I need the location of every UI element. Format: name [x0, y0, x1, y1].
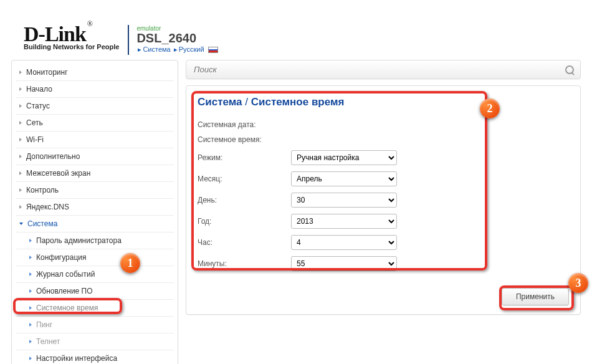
sidebar-sub-systime[interactable]: Системное время [16, 300, 174, 317]
select-day[interactable]: 30 [291, 193, 397, 208]
breadcrumb-lang[interactable]: Русский [179, 46, 204, 53]
chevron-right-icon [19, 87, 22, 91]
chevron-right-icon [29, 357, 32, 360]
search-icon[interactable] [565, 65, 574, 74]
apply-button[interactable]: Применить [502, 288, 569, 305]
chevron-down-icon [19, 223, 23, 225]
sidebar-sub-fwupdate[interactable]: Обновление ПО [16, 283, 174, 300]
header: D-Link® Building Networks for People emu… [0, 0, 592, 60]
sidebar: Мониторинг Начало Статус Сеть Wi-Fi Допо… [11, 60, 178, 364]
sidebar-item-network[interactable]: Сеть [16, 115, 174, 132]
sidebar-sub-label: Пароль администратора [36, 236, 122, 245]
select-mode[interactable]: Ручная настройка [291, 150, 397, 165]
select-year[interactable]: 2013 [291, 214, 397, 229]
row-mode: Режим: Ручная настройка [198, 147, 569, 168]
sidebar-label: Начало [26, 85, 52, 93]
chevron-right-icon [29, 306, 32, 310]
label-systime: Системное время: [198, 135, 291, 144]
row-minute: Минуты: 55 [198, 253, 569, 274]
sidebar-sub-uisettings[interactable]: Настройки интерфейса [16, 350, 174, 364]
sidebar-label: Яндекс.DNS [26, 203, 69, 211]
label-month: Месяц: [198, 175, 291, 183]
badge-3: 3 [568, 273, 588, 293]
sidebar-sub-adminpass[interactable]: Пароль администратора [16, 232, 174, 249]
header-right: emulator DSL_2640 ▸Система ▸Русский [128, 25, 217, 55]
sidebar-label: Сеть [26, 118, 43, 127]
select-month[interactable]: Апрель [291, 171, 397, 186]
sidebar-item-system[interactable]: Система [16, 216, 174, 232]
row-year: Год: 2013 [198, 211, 569, 232]
sidebar-sub-label: Системное время [36, 304, 98, 312]
sidebar-sub-ping[interactable]: Пинг [16, 317, 174, 333]
chevron-right-icon [29, 272, 32, 276]
chevron-right-icon [19, 121, 22, 125]
row-day: День: 30 [198, 189, 569, 211]
chevron-right-icon [29, 289, 32, 293]
chevron-right-icon [19, 205, 22, 209]
sidebar-sub-label: Пинг [36, 320, 52, 329]
sidebar-item-advanced[interactable]: Дополнительно [16, 148, 174, 165]
label-sysdate: Системная дата: [198, 120, 291, 129]
sidebar-item-yandexdns[interactable]: Яндекс.DNS [16, 199, 174, 216]
search-bar[interactable] [186, 60, 581, 79]
sidebar-item-firewall[interactable]: Межсетевой экран [16, 165, 174, 182]
sidebar-label: Статус [26, 102, 50, 110]
row-sysdate: Системная дата: [198, 117, 569, 132]
sidebar-label: Wi-Fi [26, 135, 44, 144]
sidebar-label: Межсетевой экран [26, 169, 90, 178]
sidebar-item-start[interactable]: Начало [16, 81, 174, 98]
chevron-right-icon [29, 340, 32, 343]
panel-system-time: Система / Системное время Системная дата… [186, 85, 581, 315]
sidebar-label: Мониторинг [26, 68, 68, 77]
brand-name: D-Link [24, 22, 86, 46]
sidebar-sub-label: Журнал событий [36, 270, 95, 279]
row-systime: Системное время: [198, 132, 569, 147]
brand-logo: D-Link® Building Networks for People [24, 25, 119, 50]
chevron-right-icon [19, 188, 22, 192]
sidebar-sub-config[interactable]: Конфигурация [16, 249, 174, 266]
panel-title: Система / Системное время [198, 96, 569, 108]
panel-title-a: Система [198, 96, 242, 108]
flag-ru-icon [208, 47, 218, 53]
chevron-right-icon [19, 155, 22, 158]
sidebar-item-wifi[interactable]: Wi-Fi [16, 132, 174, 148]
select-hour[interactable]: 4 [291, 235, 397, 250]
chevron-right-icon [19, 138, 22, 141]
sidebar-sub-telnet[interactable]: Телнет [16, 333, 174, 350]
row-hour: Час: 4 [198, 232, 569, 253]
sidebar-sub-label: Телнет [36, 337, 60, 346]
chevron-right-icon [29, 256, 32, 259]
panel-title-b: Системное время [251, 96, 345, 108]
label-hour: Час: [198, 238, 291, 247]
sidebar-sub-label: Конфигурация [36, 253, 87, 262]
chevron-right-icon [29, 239, 32, 242]
badge-2: 2 [480, 98, 500, 118]
label-mode: Режим: [198, 153, 291, 162]
breadcrumb-system[interactable]: Система [143, 46, 170, 53]
sidebar-item-status[interactable]: Статус [16, 98, 174, 115]
search-input[interactable] [193, 64, 565, 75]
model-label: DSL_2640 [136, 32, 217, 44]
badge-1: 1 [120, 253, 140, 273]
chevron-right-icon [29, 323, 32, 327]
sidebar-item-control[interactable]: Контроль [16, 182, 174, 199]
chevron-right-icon [19, 70, 22, 74]
brand-tagline: Building Networks for People [24, 43, 119, 50]
label-day: День: [198, 196, 291, 204]
sidebar-label: Контроль [26, 186, 59, 194]
breadcrumb: ▸Система ▸Русский [136, 46, 217, 54]
row-month: Месяц: Апрель [198, 168, 569, 189]
main: Система / Системное время Системная дата… [186, 60, 581, 315]
sidebar-label: Дополнительно [26, 152, 80, 161]
sidebar-sub-log[interactable]: Журнал событий [16, 266, 174, 283]
sidebar-sub-label: Обновление ПО [36, 287, 93, 295]
panel-actions: Применить [198, 288, 569, 305]
sidebar-label: Система [27, 219, 57, 228]
chevron-right-icon [19, 171, 22, 175]
sidebar-sub-label: Настройки интерфейса [36, 354, 117, 363]
label-minute: Минуты: [198, 259, 291, 268]
chevron-right-icon [19, 104, 22, 108]
sidebar-item-monitoring[interactable]: Мониторинг [16, 64, 174, 81]
select-minute[interactable]: 55 [291, 256, 397, 271]
label-year: Год: [198, 217, 291, 226]
